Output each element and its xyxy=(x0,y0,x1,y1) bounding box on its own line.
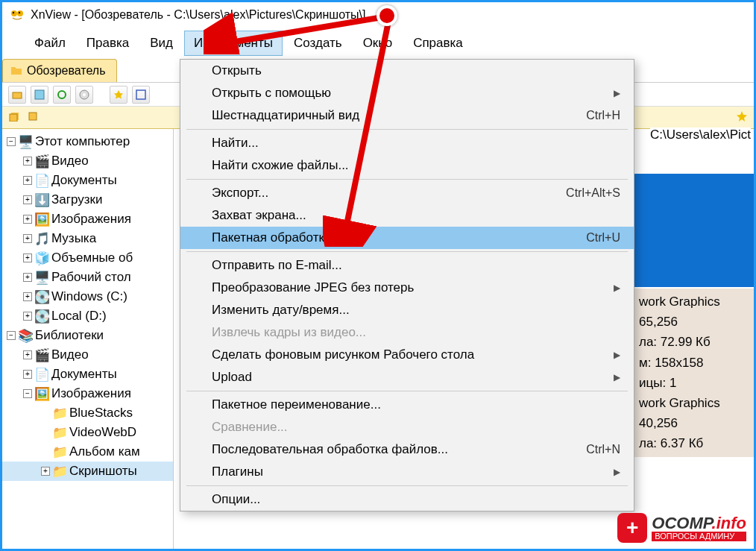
tree-downloads[interactable]: +⬇️Загрузки xyxy=(2,190,173,210)
thumbnail-selection[interactable] xyxy=(634,174,754,287)
expand-icon[interactable]: + xyxy=(23,350,32,359)
expand-icon[interactable]: + xyxy=(23,370,32,379)
menu-upload[interactable]: Upload▶ xyxy=(180,366,634,388)
tree-bluestacks[interactable]: 📁BlueStacks xyxy=(2,403,173,423)
cd-button[interactable] xyxy=(75,86,93,104)
svg-rect-5 xyxy=(35,90,44,99)
expand-icon[interactable]: + xyxy=(23,195,32,204)
annotation-origin-dot xyxy=(377,5,397,26)
file-info-panel: work Graphics 65,256 ла: 72.99 Кб м: 158… xyxy=(634,289,754,457)
expand-icon[interactable]: + xyxy=(23,254,32,262)
computer-icon: 🖥️ xyxy=(19,136,32,148)
menu-find-similar[interactable]: Найти схожие файлы... xyxy=(180,154,634,177)
collapse-icon[interactable]: − xyxy=(23,389,32,398)
tree-libraries[interactable]: −📚Библиотеки xyxy=(2,326,173,345)
expand-icon[interactable]: + xyxy=(23,157,32,166)
svg-rect-11 xyxy=(10,114,17,122)
collapse-icon[interactable]: − xyxy=(7,331,16,340)
submenu-arrow-icon: ▶ xyxy=(614,372,620,382)
watermark-badge-icon: + xyxy=(617,513,647,543)
refresh-button[interactable] xyxy=(53,86,71,104)
tree-screenshots[interactable]: +📁Скриншоты xyxy=(2,462,173,481)
info-format: work Graphics xyxy=(639,292,749,312)
menu-help[interactable]: Справка xyxy=(403,31,473,56)
menu-hex-view[interactable]: Шестнадцатиричный видCtrl+H xyxy=(180,104,634,127)
tree-lib-documents[interactable]: +📄Документы xyxy=(2,365,173,384)
collapse-icon[interactable]: − xyxy=(7,137,16,146)
expand-icon[interactable]: + xyxy=(23,292,32,301)
menu-jpeg-lossless[interactable]: Преобразование JPEG без потерь▶ xyxy=(180,277,634,299)
path-field[interactable]: C:\Users\alex\Pict xyxy=(650,127,751,142)
menu-separator xyxy=(186,391,628,391)
menu-send-email[interactable]: Отправить по E-mail... xyxy=(180,254,634,277)
svg-point-1 xyxy=(17,10,23,16)
expand-icon[interactable]: + xyxy=(23,215,32,224)
submenu-arrow-icon: ▶ xyxy=(614,283,620,293)
tree-desktop[interactable]: +🖥️Рабочий стол xyxy=(2,268,173,287)
tab-browser[interactable]: Обозреватель xyxy=(2,59,117,82)
info-filesize: ла: 72.99 Кб xyxy=(639,332,749,352)
expand-icon[interactable]: + xyxy=(41,467,50,476)
menu-open-with[interactable]: Открыть с помощью▶ xyxy=(180,82,634,104)
menu-options[interactable]: Опции... xyxy=(180,488,634,511)
3d-folder-icon: 🧊 xyxy=(35,252,48,264)
menu-export[interactable]: Экспорт...Ctrl+Alt+S xyxy=(180,182,634,204)
menu-separator xyxy=(186,129,628,130)
folder-icon: 📁 xyxy=(53,407,66,419)
toolbar2-icon2[interactable] xyxy=(28,111,41,125)
submenu-arrow-icon: ▶ xyxy=(614,467,620,477)
tree-album-cam[interactable]: 📁Альбом кам xyxy=(2,442,173,462)
menu-file[interactable]: Файл xyxy=(25,31,75,56)
fullscreen-button[interactable] xyxy=(132,86,150,104)
toolbar2-icon1[interactable] xyxy=(8,111,22,125)
pictures-folder-icon: 🖼️ xyxy=(35,388,48,400)
menu-sequential-processing[interactable]: Последовательная обработка файлов...Ctrl… xyxy=(180,438,634,461)
open-button[interactable] xyxy=(8,86,26,104)
watermark-tld: .info xyxy=(712,514,746,532)
tree-music[interactable]: +🎵Музыка xyxy=(2,229,173,248)
menu-set-wallpaper[interactable]: Сделать фоновым рисунком Рабочего стола▶ xyxy=(180,344,634,366)
menu-change-datetime[interactable]: Изменить дату/время... xyxy=(180,299,634,321)
libraries-icon: 📚 xyxy=(19,330,32,341)
tree-3d-objects[interactable]: +🧊Объемные об xyxy=(2,248,173,268)
menu-tools[interactable]: Инструменты xyxy=(184,31,283,56)
tree-drive-c[interactable]: +💽Windows (C:) xyxy=(2,287,173,306)
image-button[interactable] xyxy=(31,86,48,104)
menu-create[interactable]: Создать xyxy=(284,31,352,56)
watermark: + OCOMP.info ВОПРОСЫ АДМИНУ xyxy=(617,513,746,543)
menu-window[interactable]: Окно xyxy=(353,31,403,56)
expand-icon[interactable]: + xyxy=(23,273,32,282)
tree-videowebd[interactable]: 📁VideoWebD xyxy=(2,423,173,442)
info-pages: ицы: 1 xyxy=(639,373,749,393)
star-button[interactable] xyxy=(110,86,127,104)
expand-icon[interactable]: + xyxy=(23,234,32,243)
tree-this-pc[interactable]: −🖥️Этот компьютер xyxy=(2,132,173,151)
tree-pictures[interactable]: +🖼️Изображения xyxy=(2,210,173,229)
menu-batch-rename[interactable]: Пакетное переименование... xyxy=(180,394,634,416)
menu-plugins[interactable]: Плагины▶ xyxy=(180,461,634,483)
menu-screen-capture[interactable]: Захват экрана... xyxy=(180,204,634,227)
star-icon[interactable] xyxy=(736,110,748,125)
info-dimensions: м: 158x158 xyxy=(639,353,749,373)
menu-separator xyxy=(186,179,628,180)
svg-rect-4 xyxy=(13,92,22,98)
menu-edit[interactable]: Правка xyxy=(77,31,139,56)
tree-documents[interactable]: +📄Документы xyxy=(2,171,173,190)
expand-icon[interactable]: + xyxy=(23,176,32,185)
folder-icon: 📁 xyxy=(53,465,66,477)
menu-batch-processing[interactable]: Пакетная обработка...Ctrl+U xyxy=(180,227,634,249)
window-title: XnView - [Обозреватель - C:\Users\alex\P… xyxy=(31,8,365,22)
menu-view[interactable]: Вид xyxy=(140,31,183,56)
menubar: Файл Правка Вид Инструменты Создать Окно… xyxy=(2,28,754,59)
folder-icon: 📁 xyxy=(53,446,66,458)
tree-lib-pictures[interactable]: −🖼️Изображения xyxy=(2,384,173,403)
menu-separator xyxy=(186,251,628,252)
downloads-folder-icon: ⬇️ xyxy=(35,194,48,206)
menu-find[interactable]: Найти... xyxy=(180,132,634,154)
expand-icon[interactable]: + xyxy=(23,312,32,321)
tree-drive-d[interactable]: +💽Local (D:) xyxy=(2,306,173,326)
tree-lib-video[interactable]: +🎬Видео xyxy=(2,345,173,365)
menu-open[interactable]: Открыть xyxy=(180,60,634,82)
svg-rect-9 xyxy=(136,90,145,99)
tree-video[interactable]: +🎬Видео xyxy=(2,151,173,171)
